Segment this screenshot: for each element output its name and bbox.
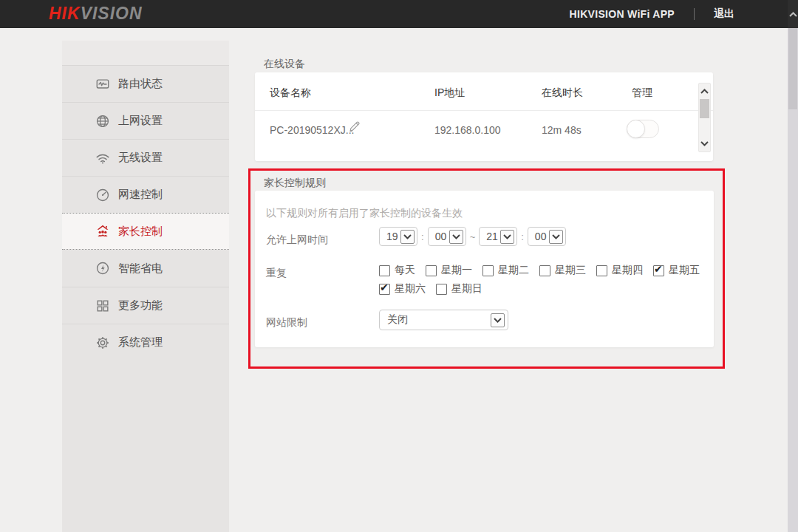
internet-settings-icon xyxy=(95,114,110,129)
checkbox-icon xyxy=(596,265,607,276)
pencil-icon xyxy=(348,120,361,133)
checkbox-icon xyxy=(379,284,390,295)
device-duration: 12m 48s xyxy=(542,124,582,136)
online-devices-panel: 设备名称 IP地址 在线时长 管理 PC-20190512XJ... 192.1… xyxy=(255,72,713,161)
sidebar-item-wireless-settings[interactable]: 无线设置 xyxy=(62,139,229,176)
hikvision-logo: HIKVISION xyxy=(49,4,143,24)
day-checkbox-wednesday[interactable]: 星期三 xyxy=(539,264,586,277)
sidebar-header-strip xyxy=(62,41,229,65)
day-checkbox-saturday[interactable]: 星期六 xyxy=(379,282,426,296)
wireless-settings-icon xyxy=(95,151,110,166)
sidebar-item-label: 网速控制 xyxy=(118,188,163,202)
logo-text-hik: HIK xyxy=(49,4,81,23)
chevron-down-icon xyxy=(400,230,415,244)
checkbox-icon xyxy=(436,284,447,295)
start-hour-value: 19 xyxy=(386,231,398,242)
checkbox-icon xyxy=(653,265,664,276)
day-checkbox-monday[interactable]: 星期一 xyxy=(426,264,472,277)
parental-control-highlight-box: 家长控制规则 以下规则对所有启用了家长控制的设备生效 允许上网时间 19 : 0… xyxy=(248,168,725,369)
day-checkbox-sunday[interactable]: 星期日 xyxy=(436,282,482,296)
sidebar-item-parental-control[interactable]: 家长控制 xyxy=(62,213,229,250)
wifi-app-link[interactable]: HIKVISION WiFi APP xyxy=(570,8,675,20)
rules-hint-text: 以下规则对所有启用了家长控制的设备生效 xyxy=(266,207,463,220)
scrollbar-thumb[interactable] xyxy=(788,28,797,109)
repeat-label: 重复 xyxy=(266,267,287,280)
website-restriction-label: 网站限制 xyxy=(266,316,307,330)
chevron-down-icon xyxy=(449,230,463,244)
sidebar-item-internet-settings[interactable]: 上网设置 xyxy=(62,102,229,139)
top-header-bar: HIKVISION HIKVISION WiFi APP 退出 xyxy=(0,0,798,28)
time-colon-separator: : xyxy=(521,231,524,242)
header-divider xyxy=(694,8,695,20)
scrollbar-thumb[interactable] xyxy=(700,99,709,118)
website-restriction-select[interactable]: 关闭 xyxy=(379,310,508,330)
allowed-time-label: 允许上网时间 xyxy=(266,233,328,247)
sidebar-item-label: 更多功能 xyxy=(118,299,163,313)
sidebar-item-label: 家长控制 xyxy=(118,225,163,239)
column-device-name: 设备名称 xyxy=(270,86,311,100)
sidebar-item-more-features[interactable]: 更多功能 xyxy=(62,287,229,324)
scroll-up-button[interactable] xyxy=(788,0,798,28)
day-label: 星期日 xyxy=(451,282,482,296)
time-colon-separator: : xyxy=(421,231,424,242)
parental-control-toggle[interactable] xyxy=(627,120,659,138)
day-label: 星期二 xyxy=(498,264,529,277)
end-hour-select[interactable]: 21 xyxy=(479,227,517,246)
start-minute-select[interactable]: 00 xyxy=(428,227,466,246)
sidebar-item-label: 智能省电 xyxy=(118,262,163,276)
sidebar-item-label: 路由状态 xyxy=(118,77,163,91)
sidebar-item-router-status[interactable]: 路由状态 xyxy=(62,65,229,102)
column-manage: 管理 xyxy=(632,86,652,100)
day-label: 星期三 xyxy=(555,264,586,277)
day-checkbox-friday[interactable]: 星期五 xyxy=(653,264,700,277)
website-restriction-value: 关闭 xyxy=(387,313,408,327)
column-online-duration: 在线时长 xyxy=(542,86,583,100)
day-label: 星期六 xyxy=(395,282,426,296)
end-minute-select[interactable]: 00 xyxy=(528,227,566,246)
time-range-separator: ~ xyxy=(470,231,476,242)
repeat-days-group: 每天 星期一 星期二 星期三 xyxy=(379,265,700,301)
start-minute-value: 00 xyxy=(435,231,447,242)
chevron-down-icon xyxy=(500,230,514,244)
system-management-icon xyxy=(95,335,110,350)
header-right-group: HIKVISION WiFi APP 退出 xyxy=(570,0,734,28)
sidebar-item-label: 无线设置 xyxy=(118,151,163,165)
end-hour-value: 21 xyxy=(486,231,498,242)
edit-device-name-button[interactable] xyxy=(348,120,361,136)
scroll-up-button[interactable] xyxy=(700,89,709,94)
column-ip-address: IP地址 xyxy=(434,86,465,100)
checkbox-icon xyxy=(482,265,494,276)
sidebar-item-label: 系统管理 xyxy=(118,335,163,349)
sidebar-item-speed-control[interactable]: 网速控制 xyxy=(62,176,229,213)
device-name: PC-20190512XJ... xyxy=(270,124,354,136)
day-checkbox-everyday[interactable]: 每天 xyxy=(379,264,415,277)
sidebar-item-system-management[interactable]: 系统管理 xyxy=(62,324,229,361)
day-checkbox-tuesday[interactable]: 星期二 xyxy=(482,264,529,277)
devices-table-header: 设备名称 IP地址 在线时长 管理 xyxy=(255,72,713,111)
days-line-1: 每天 星期一 星期二 星期三 xyxy=(379,265,700,276)
day-label: 星期四 xyxy=(612,264,643,277)
logout-button[interactable]: 退出 xyxy=(714,7,734,21)
logo-text-vision: VISION xyxy=(81,4,143,23)
devices-list-scrollbar[interactable] xyxy=(698,83,711,152)
chevron-up-icon xyxy=(700,89,709,94)
day-checkbox-thursday[interactable]: 星期四 xyxy=(596,264,643,277)
sidebar: 路由状态 上网设置 无线设置 网速控制 家长控制 xyxy=(62,41,229,532)
scroll-down-button[interactable] xyxy=(700,141,709,146)
device-ip: 192.168.0.100 xyxy=(434,124,501,136)
parental-control-icon xyxy=(95,224,110,239)
checkbox-icon xyxy=(539,265,550,276)
day-label: 星期一 xyxy=(441,264,472,277)
start-hour-select[interactable]: 19 xyxy=(379,227,417,246)
chevron-down-icon xyxy=(700,141,709,146)
allowed-time-controls: 19 : 00 ~ 21 : 00 xyxy=(379,227,566,246)
toggle-knob xyxy=(627,120,645,138)
chevron-down-icon xyxy=(549,230,563,244)
online-devices-title: 在线设备 xyxy=(264,58,305,71)
content-area: 路由状态 上网设置 无线设置 网速控制 家长控制 xyxy=(0,28,788,532)
speed-control-icon xyxy=(95,188,110,202)
page-scrollbar[interactable] xyxy=(788,0,798,532)
sidebar-item-power-saving[interactable]: 智能省电 xyxy=(62,250,229,287)
chevron-down-icon xyxy=(491,313,505,327)
chevron-up-icon xyxy=(789,12,797,17)
